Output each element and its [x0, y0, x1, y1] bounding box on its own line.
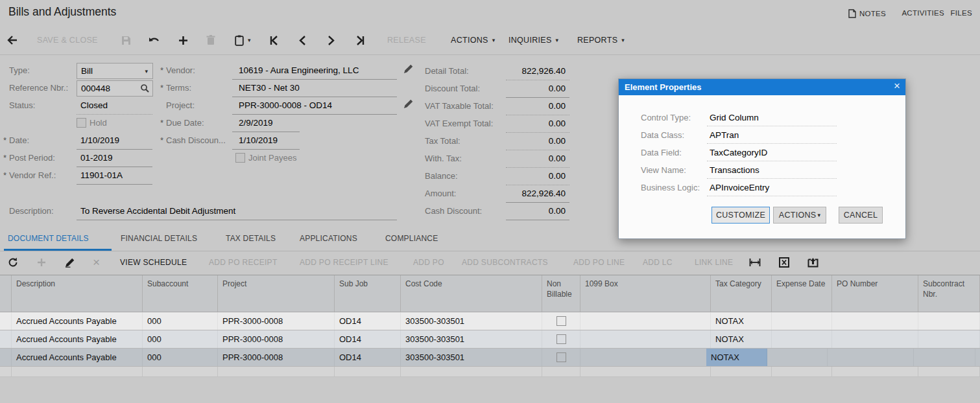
add-button[interactable]: [178, 30, 188, 51]
description-value[interactable]: To Reverse Accidental Debit Adjustment: [80, 206, 235, 216]
cell-expense-date[interactable]: [767, 349, 828, 366]
tab-applications[interactable]: APPLICATIONS: [300, 234, 357, 243]
cell-non-billable[interactable]: [542, 312, 580, 330]
delete-button[interactable]: [206, 30, 215, 51]
table-row-selected[interactable]: Accrued Accounts Payable 000 PPR-3000-00…: [0, 349, 980, 367]
cash-discount-date-value[interactable]: 1/10/2019: [239, 135, 278, 145]
col-header-cost-code[interactable]: Cost Code: [401, 275, 542, 312]
undo-button[interactable]: [149, 30, 160, 51]
joint-payees-checkbox[interactable]: [235, 153, 245, 163]
refresh-button[interactable]: [8, 251, 18, 273]
vendor-value[interactable]: 10619 - Aura Engineering, LLC: [239, 65, 359, 75]
next-record-button[interactable]: [328, 30, 335, 51]
add-po-receipt-button[interactable]: ADD PO RECEIPT: [209, 251, 278, 273]
cell-project[interactable]: PPR-3000-0008: [218, 312, 335, 330]
col-header-subcontract-nbr[interactable]: Subcontract Nbr.: [918, 275, 980, 312]
cell-cost-code[interactable]: 303500-303501: [401, 312, 542, 330]
amount-value[interactable]: 822,926.40: [440, 189, 566, 198]
actions-menu-button[interactable]: ACTIONS ▾: [451, 30, 496, 51]
first-record-button[interactable]: [270, 30, 279, 51]
add-po-button[interactable]: ADD PO: [413, 251, 444, 273]
cell-tax-category[interactable]: NOTAX: [711, 312, 772, 330]
cell-subaccount[interactable]: 000: [143, 330, 218, 348]
tab-compliance[interactable]: COMPLIANCE: [385, 234, 438, 243]
non-billable-checkbox[interactable]: [556, 316, 566, 326]
add-subcontracts-button[interactable]: ADD SUBCONTRACTS: [462, 251, 548, 273]
cell-subcontract-nbr[interactable]: [914, 349, 975, 366]
table-row[interactable]: Accrued Accounts Payable 000 PPR-3000-00…: [0, 330, 980, 349]
cell-1099-box[interactable]: [580, 349, 711, 366]
cell-subcontract-nbr[interactable]: [918, 312, 980, 330]
close-icon[interactable]: ×: [894, 80, 900, 93]
fit-width-button[interactable]: [749, 251, 761, 273]
view-schedule-button[interactable]: VIEW SCHEDULE: [120, 251, 187, 273]
tab-tax-details[interactable]: TAX DETAILS: [226, 234, 276, 243]
cell-po-number[interactable]: [828, 349, 914, 366]
date-value[interactable]: 1/10/2019: [80, 135, 119, 145]
post-period-value[interactable]: 01-2019: [80, 153, 113, 163]
row-handle[interactable]: [0, 349, 12, 366]
reference-nbr-field[interactable]: 000448: [77, 80, 153, 97]
vendor-ref-value[interactable]: 11901-01A: [80, 170, 123, 180]
type-field[interactable]: Bill ▾: [77, 63, 153, 79]
terms-value[interactable]: NET30 - Net 30: [239, 83, 300, 93]
cell-1099-box[interactable]: [580, 330, 711, 348]
chevron-down-icon[interactable]: ▾: [145, 68, 148, 75]
hold-checkbox[interactable]: [77, 118, 86, 128]
save-button[interactable]: [121, 30, 131, 51]
cell-cost-code[interactable]: 303500-303501: [401, 349, 542, 366]
files-button[interactable]: FILES: [951, 9, 972, 17]
cell-subcontract-nbr[interactable]: [918, 330, 980, 348]
add-row-button[interactable]: [37, 251, 46, 273]
copy-paste-button[interactable]: ▾: [235, 30, 251, 51]
non-billable-checkbox[interactable]: [556, 352, 566, 362]
last-record-button[interactable]: [355, 30, 365, 51]
cell-po-number[interactable]: [832, 312, 918, 330]
cancel-button[interactable]: CANCEL: [839, 207, 883, 224]
cell-expense-date[interactable]: [772, 330, 832, 348]
edit-row-button[interactable]: [65, 251, 75, 273]
tab-document-details[interactable]: DOCUMENT DETAILS: [8, 234, 89, 243]
notes-button[interactable]: NOTES: [848, 9, 886, 18]
cell-1099-box[interactable]: [580, 312, 711, 330]
cell-sub-job[interactable]: OD14: [335, 330, 401, 348]
cell-description[interactable]: Accrued Accounts Payable: [12, 349, 143, 366]
activities-button[interactable]: ACTIVITIES: [902, 9, 944, 17]
col-header-tax-category[interactable]: Tax Category: [711, 275, 772, 312]
table-row[interactable]: Accrued Accounts Payable 000 PPR-3000-00…: [0, 312, 980, 330]
edit-pencil-icon[interactable]: [403, 99, 413, 109]
add-lc-button[interactable]: ADD LC: [643, 251, 673, 273]
cell-project[interactable]: PPR-3000-0008: [218, 349, 335, 366]
cell-sub-job[interactable]: OD14: [335, 349, 401, 366]
cell-tax-category-selected[interactable]: NOTAX: [706, 349, 767, 366]
row-handle[interactable]: [0, 312, 12, 330]
export-excel-button[interactable]: [779, 251, 789, 273]
cell-subaccount[interactable]: 000: [143, 349, 218, 366]
col-header-description[interactable]: Description: [12, 275, 143, 312]
due-date-value[interactable]: 2/9/2019: [239, 118, 273, 128]
col-header-po-number[interactable]: PO Number: [832, 275, 918, 312]
cell-description[interactable]: Accrued Accounts Payable: [12, 330, 143, 348]
link-line-button[interactable]: LINK LINE: [695, 251, 733, 273]
release-button[interactable]: RELEASE: [387, 30, 426, 51]
cell-description[interactable]: Accrued Accounts Payable: [12, 312, 143, 330]
customize-button[interactable]: CUSTOMIZE: [711, 207, 770, 224]
add-po-line-button[interactable]: ADD PO LINE: [573, 251, 625, 273]
col-header-1099-box[interactable]: 1099 Box: [580, 275, 711, 312]
cell-expense-date[interactable]: [772, 312, 832, 330]
delete-row-button[interactable]: ×: [93, 251, 100, 273]
search-icon[interactable]: [140, 84, 149, 93]
reports-menu-button[interactable]: REPORTS ▾: [577, 30, 625, 51]
cell-subaccount[interactable]: 000: [143, 312, 218, 330]
col-header-subaccount[interactable]: Subaccount: [143, 275, 218, 312]
edit-pencil-icon[interactable]: [403, 64, 413, 74]
discount-total-value[interactable]: 0.00: [440, 84, 566, 93]
col-header-expense-date[interactable]: Expense Date: [772, 275, 832, 312]
cell-tax-category[interactable]: NOTAX: [711, 330, 772, 348]
cash-discount-value[interactable]: 0.00: [440, 206, 566, 216]
project-value[interactable]: PPR-3000-0008 - OD14: [239, 100, 332, 110]
col-header-project[interactable]: Project: [218, 275, 335, 312]
cell-non-billable[interactable]: [542, 349, 580, 366]
dialog-actions-button[interactable]: ACTIONS ▾: [773, 207, 826, 224]
tab-financial-details[interactable]: FINANCIAL DETAILS: [121, 234, 197, 243]
